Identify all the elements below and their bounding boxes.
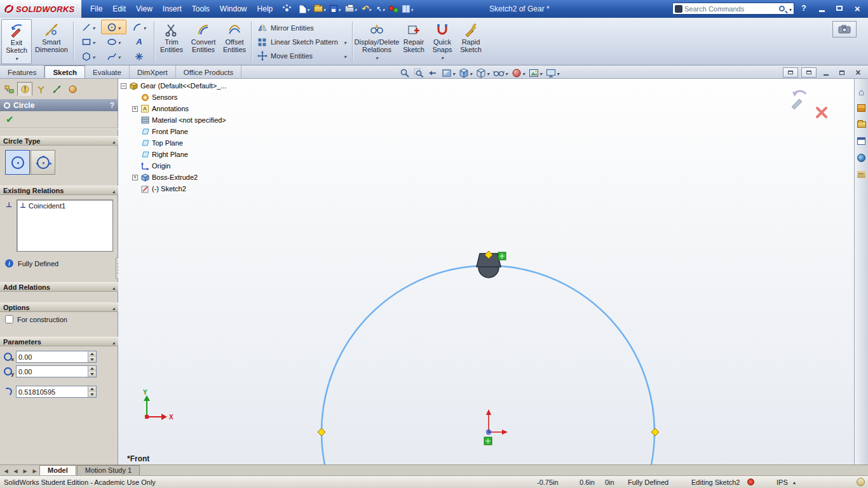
open-document-button[interactable] bbox=[313, 4, 327, 14]
spin-down-icon[interactable] bbox=[88, 372, 96, 377]
sketch-point-left[interactable] bbox=[318, 428, 325, 436]
offset-entities-button[interactable]: Offset Entities bbox=[220, 19, 249, 64]
menu-help[interactable]: Help bbox=[252, 3, 278, 15]
options-button[interactable] bbox=[401, 4, 414, 14]
convert-entities-button[interactable]: Convert Entities bbox=[187, 19, 220, 64]
spin-up-icon[interactable] bbox=[88, 386, 96, 392]
zoom-to-fit-button[interactable] bbox=[399, 68, 410, 78]
edit-appearance-button[interactable] bbox=[511, 68, 526, 78]
unit-system-dropdown-icon[interactable] bbox=[793, 478, 796, 485]
center-y-spinner[interactable] bbox=[88, 366, 96, 377]
select-button[interactable]: ↖ bbox=[374, 4, 386, 14]
maximize-button[interactable] bbox=[831, 2, 848, 15]
center-y-input[interactable] bbox=[17, 366, 88, 377]
quick-snaps-button[interactable]: Quick Snaps bbox=[428, 19, 456, 64]
menu-insert[interactable]: Insert bbox=[158, 3, 187, 15]
zoom-to-area-button[interactable] bbox=[413, 68, 424, 78]
mirror-entities-button[interactable]: Mirror Entities bbox=[255, 21, 349, 34]
help-button[interactable]: ? bbox=[796, 2, 812, 15]
custom-properties-tab-button[interactable] bbox=[857, 169, 867, 179]
ok-button[interactable] bbox=[6, 114, 14, 125]
new-document-button[interactable] bbox=[298, 4, 311, 15]
line-tool-button[interactable] bbox=[76, 20, 101, 34]
tree-item-front-plane[interactable]: Front Plane bbox=[121, 126, 226, 137]
section-options[interactable]: Options bbox=[0, 302, 118, 312]
center-x-input[interactable] bbox=[17, 351, 88, 362]
radius-input[interactable] bbox=[17, 386, 88, 397]
tree-item-sketch2[interactable]: (-) Sketch2 bbox=[121, 183, 226, 194]
circle-type-perimeter-button[interactable] bbox=[31, 150, 55, 175]
section-add-relations[interactable]: Add Relations bbox=[0, 282, 118, 292]
previous-view-button[interactable] bbox=[427, 68, 438, 78]
screen-capture-button[interactable] bbox=[832, 21, 857, 37]
linear-sketch-pattern-button[interactable]: Linear Sketch Pattern bbox=[255, 35, 349, 48]
section-existing-relations[interactable]: Existing Relations bbox=[0, 186, 118, 195]
minimize-button[interactable] bbox=[813, 2, 830, 15]
section-circle-type[interactable]: Circle Type bbox=[0, 136, 118, 146]
pin-menu-icon[interactable] bbox=[281, 4, 292, 13]
dimxpertmanager-tab[interactable] bbox=[49, 82, 64, 96]
displaymanager-tab[interactable] bbox=[65, 82, 80, 96]
rebuild-button[interactable] bbox=[388, 4, 399, 14]
configurationmanager-tab[interactable] bbox=[33, 82, 48, 96]
center-x-spinner[interactable] bbox=[88, 351, 96, 362]
move-entities-button[interactable]: Move Entities bbox=[255, 49, 349, 62]
display-delete-relations-button[interactable]: Display/Delete Relations bbox=[355, 19, 399, 64]
spin-up-icon[interactable] bbox=[88, 366, 96, 372]
last-tab-button[interactable] bbox=[30, 466, 39, 475]
spin-down-icon[interactable] bbox=[88, 392, 96, 398]
exit-sketch-button[interactable]: Exit Sketch bbox=[1, 19, 32, 64]
document-window-button-2[interactable] bbox=[801, 67, 817, 78]
existing-relations-listbox[interactable]: ⊥ Coincident1 bbox=[17, 200, 113, 252]
circle-type-center-button[interactable] bbox=[5, 150, 30, 175]
spin-up-icon[interactable] bbox=[88, 351, 96, 357]
arc-tool-button[interactable] bbox=[126, 20, 152, 34]
rectangle-tool-button[interactable] bbox=[76, 34, 101, 49]
restore-document-button[interactable] bbox=[836, 67, 848, 78]
tree-item-annotations[interactable]: A Annotations bbox=[121, 103, 226, 114]
print-button[interactable] bbox=[344, 4, 358, 14]
relation-marker-center[interactable] bbox=[484, 437, 492, 445]
menu-window[interactable]: Window bbox=[215, 3, 252, 15]
search-dropdown-icon[interactable] bbox=[789, 5, 792, 13]
collapse-box-icon[interactable] bbox=[121, 83, 126, 89]
motion-study-tab[interactable]: Motion Study 1 bbox=[77, 465, 140, 475]
document-window-button-1[interactable] bbox=[783, 67, 798, 78]
first-tab-button[interactable] bbox=[1, 466, 11, 475]
hide-show-items-button[interactable] bbox=[492, 69, 508, 78]
circle-tool-button[interactable] bbox=[101, 20, 126, 34]
menu-edit[interactable]: Edit bbox=[107, 3, 131, 15]
view-palette-tab-button[interactable] bbox=[857, 136, 867, 146]
minimize-document-button[interactable] bbox=[820, 67, 832, 78]
spin-down-icon[interactable] bbox=[88, 357, 96, 363]
featuremanager-tab[interactable] bbox=[1, 82, 17, 96]
home-tab-button[interactable] bbox=[857, 86, 867, 97]
file-explorer-tab-button[interactable] bbox=[857, 119, 867, 130]
design-library-tab-button[interactable] bbox=[857, 103, 867, 113]
repair-sketch-button[interactable]: Repair Sketch bbox=[399, 19, 428, 64]
search-box[interactable] bbox=[672, 3, 794, 15]
ellipse-tool-button[interactable] bbox=[101, 34, 126, 49]
view-settings-button[interactable] bbox=[545, 68, 560, 78]
apply-scene-button[interactable] bbox=[528, 68, 543, 78]
tree-item-part[interactable]: Gear (Default<<Default>_... bbox=[121, 80, 226, 92]
expand-box-icon[interactable] bbox=[132, 106, 138, 112]
previous-tab-button[interactable] bbox=[11, 466, 20, 475]
close-button[interactable] bbox=[849, 2, 865, 15]
section-parameters[interactable]: Parameters bbox=[0, 337, 118, 346]
propertymanager-tab[interactable] bbox=[17, 82, 32, 96]
tree-item-right-plane[interactable]: Right Plane bbox=[121, 149, 226, 160]
sketch-origin[interactable] bbox=[486, 409, 508, 435]
relation-item[interactable]: ⊥ Coincident1 bbox=[17, 200, 112, 211]
view-orientation-button[interactable] bbox=[458, 68, 473, 78]
menu-file[interactable]: File bbox=[85, 3, 107, 15]
tree-item-sensors[interactable]: Sensors bbox=[121, 92, 226, 103]
menu-view[interactable]: View bbox=[131, 3, 158, 15]
tab-sketch[interactable]: Sketch bbox=[44, 65, 85, 78]
tab-dimxpert[interactable]: DimXpert bbox=[130, 65, 176, 78]
spline-tool-button[interactable] bbox=[101, 49, 126, 64]
expand-box-icon[interactable] bbox=[132, 175, 138, 180]
relation-marker-top[interactable] bbox=[498, 252, 506, 260]
undo-button[interactable]: ↶ bbox=[360, 4, 372, 14]
display-style-button[interactable] bbox=[475, 68, 490, 78]
